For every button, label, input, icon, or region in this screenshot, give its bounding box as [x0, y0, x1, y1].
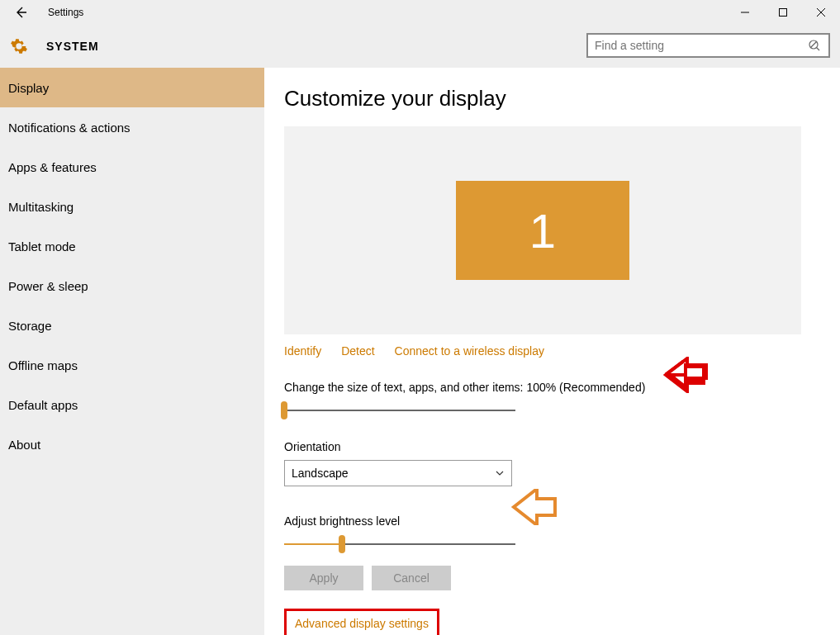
header: SYSTEM [0, 25, 840, 68]
orientation-value: Landscape [292, 467, 495, 480]
annotation-arrow-orange [509, 489, 562, 525]
svg-line-6 [810, 41, 817, 48]
search-input[interactable] [595, 39, 807, 52]
main-content: Customize your display 1 Identify Detect… [264, 68, 840, 635]
advanced-display-settings-link[interactable]: Advanced display settings [295, 617, 429, 630]
gear-icon [10, 37, 28, 55]
monitor-number: 1 [529, 203, 556, 258]
maximize-icon [778, 7, 788, 17]
identify-link[interactable]: Identify [284, 344, 321, 358]
orientation-select[interactable]: Landscape [284, 460, 512, 486]
minimize-button[interactable] [726, 0, 764, 25]
sidebar-item-storage[interactable]: Storage [0, 306, 264, 345]
sidebar-item-apps-features[interactable]: Apps & features [0, 147, 264, 187]
chevron-down-icon [495, 468, 505, 478]
apply-button[interactable]: Apply [284, 566, 363, 590]
cancel-button[interactable]: Cancel [372, 566, 451, 590]
sidebar-item-power-sleep[interactable]: Power & sleep [0, 266, 264, 306]
arrow-left-icon [14, 6, 27, 19]
back-button[interactable] [8, 0, 33, 25]
sidebar-item-default-apps[interactable]: Default apps [0, 385, 264, 424]
monitor-1[interactable]: 1 [456, 181, 629, 280]
detect-link[interactable]: Detect [341, 344, 374, 358]
brightness-slider[interactable] [284, 538, 515, 551]
sidebar-item-notifications-actions[interactable]: Notifications & actions [0, 107, 264, 147]
close-button[interactable] [802, 0, 840, 25]
search-icon [807, 39, 822, 52]
advanced-link-highlight: Advanced display settings [284, 609, 439, 635]
slider-thumb[interactable] [281, 401, 287, 419]
sidebar-item-display[interactable]: Display [0, 68, 264, 107]
page-title: Customize your display [284, 86, 840, 111]
scale-slider[interactable] [284, 404, 515, 417]
close-icon [816, 7, 826, 17]
svg-point-4 [17, 44, 21, 49]
svg-line-7 [817, 48, 820, 51]
brightness-label: Adjust brightness level [284, 514, 840, 528]
scale-label: Change the size of text, apps, and other… [284, 381, 840, 394]
app-title: Settings [48, 7, 83, 18]
sidebar-item-multitasking[interactable]: Multitasking [0, 187, 264, 226]
title-bar: Settings [0, 0, 840, 25]
sidebar-item-tablet-mode[interactable]: Tablet mode [0, 226, 264, 266]
slider-thumb[interactable] [339, 535, 345, 553]
minimize-icon [740, 7, 750, 17]
orientation-label: Orientation [284, 440, 840, 453]
sidebar: DisplayNotifications & actionsApps & fea… [0, 68, 264, 635]
sidebar-item-about[interactable]: About [0, 424, 264, 464]
wireless-display-link[interactable]: Connect to a wireless display [395, 344, 544, 358]
annotation-arrow-red [659, 357, 709, 393]
search-box[interactable] [586, 33, 830, 58]
maximize-button[interactable] [764, 0, 802, 25]
svg-rect-1 [780, 9, 787, 17]
monitor-preview[interactable]: 1 [284, 126, 801, 334]
sidebar-item-offline-maps[interactable]: Offline maps [0, 345, 264, 385]
header-title: SYSTEM [46, 40, 99, 53]
